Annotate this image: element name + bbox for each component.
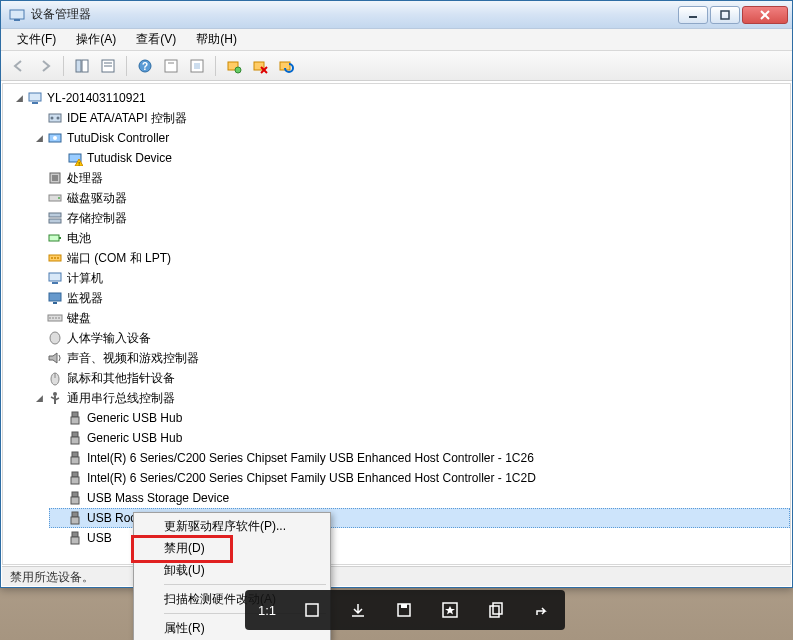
scan-hardware-button[interactable] (222, 54, 246, 78)
minimize-button[interactable] (678, 6, 708, 24)
menu-file[interactable]: 文件(F) (7, 29, 66, 50)
toolbar-btn-b[interactable] (185, 54, 209, 78)
toolbar-btn-a[interactable] (159, 54, 183, 78)
cpu-icon (47, 170, 63, 186)
forward-button (33, 54, 57, 78)
svg-rect-82 (493, 603, 502, 614)
tree-node-label: 端口 (COM 和 LPT) (67, 250, 171, 267)
tree-node[interactable]: Intel(R) 6 Series/C200 Series Chipset Fa… (49, 448, 790, 468)
expander-empty (53, 512, 65, 524)
menu-view[interactable]: 查看(V) (126, 29, 186, 50)
computer-root-icon (27, 90, 43, 106)
expander-empty (53, 472, 65, 484)
ctx-update-driver[interactable]: 更新驱动程序软件(P)... (136, 515, 328, 537)
tree-root[interactable]: ◢YL-201403110921 (9, 88, 790, 108)
expander-empty (53, 492, 65, 504)
properties-button[interactable] (96, 54, 120, 78)
download-icon[interactable] (342, 594, 374, 626)
svg-marker-80 (445, 606, 455, 615)
tree-node-label: Tutudisk Device (87, 151, 172, 165)
computer-icon (47, 270, 63, 286)
svg-rect-47 (49, 293, 61, 301)
svg-rect-3 (721, 11, 729, 19)
help-button[interactable]: ? (133, 54, 157, 78)
ctx-uninstall[interactable]: 卸载(U) (136, 559, 328, 581)
collapse-icon[interactable]: ◢ (33, 392, 45, 404)
tree-node[interactable]: 计算机 (29, 268, 790, 288)
tree-node[interactable]: 电池 (29, 228, 790, 248)
menu-help[interactable]: 帮助(H) (186, 29, 247, 50)
collapse-icon[interactable]: ◢ (33, 132, 45, 144)
usb-plug-icon (67, 510, 83, 526)
svg-rect-71 (71, 497, 79, 504)
star-icon[interactable] (434, 594, 466, 626)
crop-icon[interactable] (296, 594, 328, 626)
tree-node[interactable]: 处理器 (29, 168, 790, 188)
storage-icon (47, 210, 63, 226)
maximize-button[interactable] (710, 6, 740, 24)
share-icon[interactable] (526, 594, 558, 626)
keyboard-icon (47, 310, 63, 326)
svg-rect-46 (52, 282, 58, 284)
svg-rect-70 (72, 492, 78, 497)
tree-node[interactable]: Generic USB Hub (49, 408, 790, 428)
usb-icon (47, 390, 63, 406)
svg-point-18 (235, 67, 241, 73)
collapse-icon[interactable]: ◢ (13, 92, 25, 104)
tree-node[interactable]: 声音、视频和游戏控制器 (29, 348, 790, 368)
tree-node[interactable]: ◢通用串行总线控制器 (29, 388, 790, 408)
svg-rect-16 (194, 63, 200, 69)
menu-action[interactable]: 操作(A) (66, 29, 126, 50)
svg-rect-6 (76, 60, 81, 72)
tree-node[interactable]: ◢TutuDisk Controller (29, 128, 790, 148)
tree-node[interactable]: !Tutudisk Device (49, 148, 790, 168)
hid-icon (47, 330, 63, 346)
tree-node[interactable]: 磁盘驱动器 (29, 188, 790, 208)
tree-root-label: YL-201403110921 (47, 91, 146, 105)
expander-empty (53, 452, 65, 464)
tree-node[interactable]: USB Mass Storage Device (49, 488, 790, 508)
svg-rect-76 (306, 604, 318, 616)
show-hide-tree-button[interactable] (70, 54, 94, 78)
tree-node[interactable]: Generic USB Hub (49, 428, 790, 448)
tree-node[interactable]: 存储控制器 (29, 208, 790, 228)
window-title: 设备管理器 (31, 6, 678, 23)
svg-rect-69 (71, 477, 79, 484)
uninstall-button[interactable] (248, 54, 272, 78)
tree-node[interactable]: IDE ATA/ATAPI 控制器 (29, 108, 790, 128)
tree-node[interactable]: 监视器 (29, 288, 790, 308)
svg-rect-68 (72, 472, 78, 477)
usb-plug-icon (67, 450, 83, 466)
ide-icon (47, 110, 63, 126)
expander-empty (33, 332, 45, 344)
back-button (7, 54, 31, 78)
tree-node-label: IDE ATA/ATAPI 控制器 (67, 110, 187, 127)
tree-node[interactable]: 人体学输入设备 (29, 328, 790, 348)
close-button[interactable] (742, 6, 788, 24)
svg-rect-39 (49, 235, 59, 241)
monitor-icon (47, 290, 63, 306)
titlebar[interactable]: 设备管理器 (1, 1, 792, 29)
audio-icon (47, 350, 63, 366)
tree-node[interactable]: 端口 (COM 和 LPT) (29, 248, 790, 268)
copy-icon[interactable] (480, 594, 512, 626)
port-icon (47, 250, 63, 266)
tree-node[interactable]: 键盘 (29, 308, 790, 328)
expander-empty (33, 192, 45, 204)
tree-node-label: 声音、视频和游戏控制器 (67, 350, 199, 367)
svg-rect-73 (71, 517, 79, 524)
svg-point-27 (57, 117, 60, 120)
tree-node-label: 计算机 (67, 270, 103, 287)
save-icon[interactable] (388, 594, 420, 626)
tree-node[interactable]: 鼠标和其他指针设备 (29, 368, 790, 388)
statusbar: 禁用所选设备。 (2, 566, 791, 586)
status-text: 禁用所选设备。 (10, 570, 94, 584)
svg-point-54 (50, 332, 60, 344)
tree-node-label: Generic USB Hub (87, 431, 182, 445)
svg-marker-55 (49, 353, 57, 363)
tree-node[interactable]: Intel(R) 6 Series/C200 Series Chipset Fa… (49, 468, 790, 488)
svg-rect-64 (72, 432, 78, 437)
ctx-disable[interactable]: 禁用(D) (136, 537, 328, 559)
device-tree-area[interactable]: ◢YL-201403110921IDE ATA/ATAPI 控制器◢TutuDi… (2, 83, 791, 565)
update-driver-button[interactable] (274, 54, 298, 78)
